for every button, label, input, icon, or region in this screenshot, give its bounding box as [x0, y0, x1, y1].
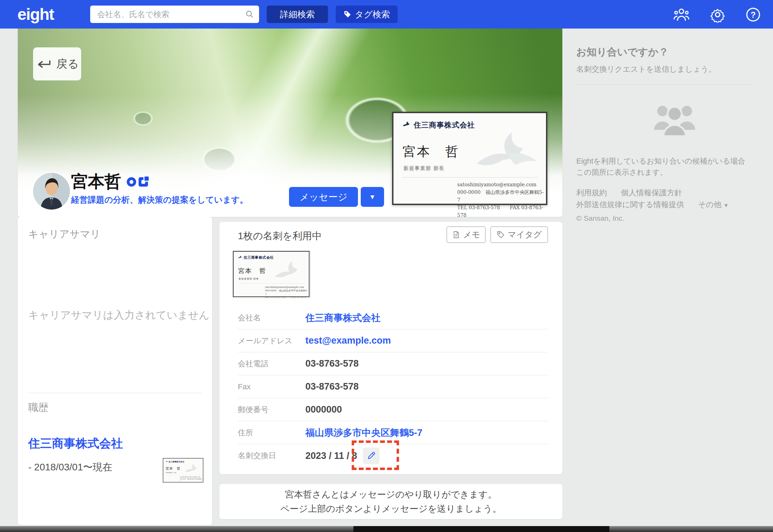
address-link[interactable]: 福山県渉多市中央区舞鶴5-7 — [305, 427, 422, 439]
sidebar-subtitle: 名刺交換リクエストを送信しましょう。 — [576, 64, 764, 75]
sidebar-title: お知り合いですか？ — [576, 45, 764, 59]
memo-label: メモ — [463, 229, 480, 240]
search-icon — [245, 10, 254, 19]
exchange-date-value: 2023 / 11 / 8 — [305, 451, 357, 461]
eight-logo[interactable]: eight — [17, 5, 54, 24]
tag-search-label: タグ検索 — [355, 9, 390, 20]
link-privacy[interactable]: 個人情報保護方針 — [621, 188, 682, 197]
company-link[interactable]: 住三商事株式会社 — [305, 312, 381, 324]
help-icon[interactable]: ? — [745, 7, 761, 23]
search-box[interactable] — [90, 6, 259, 23]
search-input[interactable] — [97, 10, 245, 19]
business-card-image-mini[interactable]: 住三商事株式会社 宮本 哲 新規事業部 部長 satoshimiyamoto@e… — [163, 458, 204, 483]
dove-icon — [471, 127, 544, 185]
edit-exchange-date-button[interactable] — [363, 447, 380, 464]
chevron-down-icon: ▼ — [369, 193, 376, 201]
career-divider — [28, 393, 202, 393]
acquaintance-sidebar: お知り合いですか？ 名刺交換リクエストを送信しましょう。 Eightを利用してい… — [576, 29, 764, 222]
bird-icon — [238, 256, 242, 260]
business-card-image-thumb[interactable]: 住三商事株式会社 宮本 哲 新規事業部 部長 satoshimiyamoto@e… — [233, 251, 311, 298]
people-icon[interactable] — [673, 7, 689, 23]
back-button[interactable]: 戻る — [33, 47, 81, 80]
career-card: キャリアサマリ キャリアサマリは入力されていません 職歴 住三商事株式会社 - … — [18, 217, 212, 525]
message-dropdown-button[interactable]: ▼ — [361, 187, 384, 207]
work-history-period: - 2018/03/01〜現在 — [28, 461, 112, 474]
field-row-email: メールアドレス test@example.com — [238, 329, 548, 352]
top-navbar: eight 詳細検索 タグ検索 ? — [0, 0, 773, 29]
work-history-company-link[interactable]: 住三商事株式会社 — [28, 436, 123, 452]
eight-premium-badge — [127, 177, 148, 187]
gear-icon[interactable] — [710, 7, 726, 23]
advanced-search-button[interactable]: 詳細検索 — [267, 6, 328, 23]
sidebar-description: Eightを利用しているお知り合いの候補がいる場合 この箇所に表示されます。 — [576, 156, 764, 178]
dock-shadow — [353, 526, 609, 532]
phone-value: 03-8763-578 — [305, 358, 359, 369]
field-row-postal: 郵便番号 0000000 — [238, 398, 548, 421]
postal-value: 0000000 — [305, 404, 342, 415]
mytag-button[interactable]: マイタグ — [490, 226, 548, 243]
card-person-name: 宮本 哲 — [403, 143, 460, 161]
document-icon — [452, 230, 460, 239]
avatar[interactable] — [33, 173, 70, 210]
career-summary-title: キャリアサマリ — [28, 227, 101, 241]
profile-tagline: 経営課題の分析、解決策の提案をしています。 — [71, 194, 248, 205]
pencil-icon — [366, 451, 376, 461]
card-department: 新規事業部 部長 — [404, 165, 445, 172]
back-label: 戻る — [56, 56, 79, 72]
eight-profile-page: eight 詳細検索 タグ検索 ? 戻る — [0, 0, 773, 532]
chevron-down-icon[interactable]: ▼ — [724, 202, 729, 208]
link-external-transmission[interactable]: 外部送信規律に関する情報提供 — [576, 200, 684, 209]
profile-name: 宮本哲 — [71, 171, 121, 193]
svg-text:?: ? — [751, 10, 756, 19]
field-row-address: 住所 福山県渉多市中央区舞鶴5-7 — [238, 421, 548, 444]
card-email: satoshimiyamoto@example.com — [457, 181, 546, 188]
fax-value: 03-8763-578 — [305, 381, 359, 392]
dove-icon — [272, 259, 308, 287]
link-others[interactable]: その他 — [698, 200, 721, 209]
business-card-image-large[interactable]: 住三商事株式会社 宮本 哲 新規事業部 部長 satoshimiyamoto@e… — [392, 112, 547, 205]
career-summary-empty: キャリアサマリは入力されていません — [28, 308, 210, 322]
copyright: © Sansan, Inc. — [576, 214, 764, 222]
card-company: 住三商事株式会社 — [414, 120, 475, 130]
advanced-search-label: 詳細検索 — [280, 9, 315, 20]
link-terms[interactable]: 利用規約 — [576, 188, 607, 197]
bottom-bar — [0, 526, 773, 532]
bird-icon — [165, 461, 168, 463]
memo-button[interactable]: メモ — [446, 226, 486, 243]
card-tel: TEL 03-8763-578 FAX 03-8763-578 — [457, 204, 546, 217]
card-address: 000-0000 福山県渉多市中央区舞鶴5-7 — [457, 188, 546, 204]
mytag-label: マイタグ — [508, 229, 542, 240]
sidebar-links: 利用規約 個人情報保護方針 外部送信規律に関する情報提供 その他 ▼ — [576, 187, 764, 211]
bird-icon — [402, 121, 411, 129]
field-row-company: 会社名 住三商事株式会社 — [238, 306, 548, 329]
arrow-left-icon — [36, 58, 52, 70]
message-hint-line2: ページ上部のボタンよりメッセージを送りましょう。 — [280, 503, 501, 515]
work-history-title: 職歴 — [28, 401, 48, 415]
people-silhouettes-icon — [646, 101, 703, 140]
field-row-phone: 会社電話 03-8763-578 — [238, 352, 548, 375]
profile-header: 戻る 住三商事株式会社 宮本 哲 新規事業部 部長 satoshimiyamot… — [18, 29, 562, 217]
field-row-exchange-date: 名刺交換日 2023 / 11 / 8 — [238, 444, 548, 467]
email-link[interactable]: test@example.com — [305, 335, 391, 346]
cards-in-use-title: 1枚の名刺を利用中 — [238, 229, 322, 243]
tag-icon — [497, 230, 505, 239]
message-hint-card: 宮本哲さんとはメッセージのやり取りができます。 ページ上部のボタンよりメッセージ… — [219, 484, 562, 519]
business-card-detail: 1枚の名刺を利用中 メモ マイタグ 住三商事株式会社 宮本 哲 新規事業部 部長… — [219, 222, 562, 474]
tag-icon — [343, 10, 352, 18]
field-row-fax: Fax 03-8763-578 — [238, 375, 548, 398]
message-button[interactable]: メッセージ — [289, 187, 358, 207]
message-hint-line1: 宮本哲さんとはメッセージのやり取りができます。 — [285, 488, 497, 501]
sidebar-divider — [576, 84, 754, 85]
tag-search-button[interactable]: タグ検索 — [336, 6, 398, 23]
